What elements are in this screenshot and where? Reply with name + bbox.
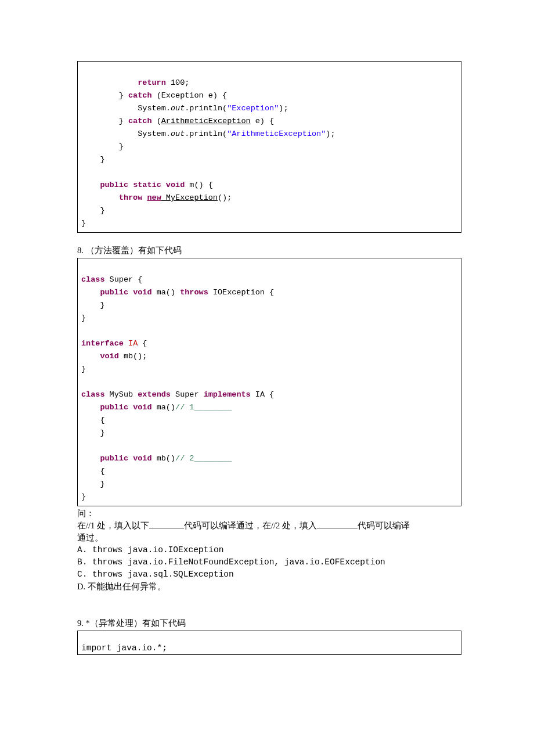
code: }	[81, 314, 86, 322]
code: }	[81, 155, 105, 164]
code	[81, 352, 100, 361]
keyword-void: void	[133, 288, 151, 297]
keyword-extends: extends	[138, 390, 171, 399]
code	[81, 288, 100, 297]
static-field: out	[171, 104, 185, 113]
static-field: out	[171, 129, 185, 138]
keyword-public: public	[100, 403, 128, 412]
code: (Exception e) {	[152, 91, 228, 100]
code	[124, 339, 128, 348]
code: {	[81, 416, 105, 424]
keyword-interface: interface	[81, 339, 124, 348]
code: }	[81, 219, 86, 228]
keyword-throw: throw	[119, 193, 143, 202]
code	[128, 288, 133, 297]
code: 100;	[166, 78, 190, 87]
code: }	[81, 91, 128, 100]
code	[128, 454, 133, 463]
code: e) {	[251, 117, 275, 125]
code: System.	[81, 129, 171, 138]
code: ma()	[152, 403, 176, 412]
question-text-part: 代码可以编译	[358, 521, 410, 530]
code: Super {	[105, 275, 143, 284]
option-d: D. 不能抛出任何异常。	[77, 581, 461, 593]
code: Super	[171, 390, 204, 399]
code: m() {	[185, 181, 213, 189]
underlined-code	[161, 193, 166, 202]
option-c: C. throws java.sql.SQLException	[77, 568, 461, 581]
code	[81, 454, 100, 463]
code	[81, 403, 100, 412]
code: );	[279, 104, 288, 113]
code-block-3: import java.io.*;	[77, 631, 461, 655]
code: MySub	[105, 390, 138, 399]
keyword-new: new	[147, 193, 161, 202]
question-8-heading: 8. （方法覆盖）有如下代码	[77, 244, 461, 257]
code: {	[81, 467, 105, 476]
code: IOException {	[208, 288, 274, 297]
code: );	[326, 129, 335, 138]
option-a: A. throws java.io.IOException	[77, 544, 461, 556]
code: }	[81, 365, 86, 373]
code: }	[81, 492, 86, 501]
keyword-catch: catch	[128, 91, 152, 100]
fill-blank-2	[317, 520, 358, 528]
code: }	[81, 480, 105, 488]
keyword-class: class	[81, 275, 105, 284]
question-text-part: 在//1 处，填入以下	[77, 521, 149, 530]
question-text: 在//1 处，填入以下代码可以编译通过，在//2 处，填入代码可以编译	[77, 520, 461, 532]
underlined-code: ArithmeticException	[161, 117, 251, 125]
code: mb();	[119, 352, 147, 361]
keyword-void: void	[133, 403, 151, 412]
keyword-return: return	[138, 78, 166, 87]
code-block-1: return 100; } catch (Exception e) { Syst…	[77, 61, 461, 233]
code: mb()	[152, 454, 176, 463]
code: ();	[218, 193, 232, 202]
code: {	[138, 339, 147, 348]
comment: // 1________	[175, 403, 232, 412]
fill-blank-1	[149, 520, 184, 528]
keyword-void: void	[166, 181, 185, 189]
code: }	[81, 206, 105, 215]
code: (	[152, 117, 161, 125]
keyword-static: static	[133, 181, 161, 189]
keyword-implements: implements	[204, 390, 251, 399]
string-literal: "ArithmeticException"	[227, 129, 326, 138]
code-block-2: class Super { public void ma() throws IO…	[77, 258, 461, 506]
question-text-cont: 通过。	[77, 532, 461, 544]
code: }	[81, 429, 105, 437]
keyword-public: public	[100, 454, 128, 463]
code	[81, 78, 138, 87]
code	[128, 181, 133, 189]
question-9-heading: 9. *（异常处理）有如下代码	[77, 617, 461, 629]
question-text-part: 代码可以编译通过，在//2 处，填入	[184, 521, 317, 530]
keyword-throws: throws	[180, 288, 208, 297]
keyword-catch: catch	[128, 117, 152, 125]
code	[81, 193, 119, 202]
type-name: IA	[128, 339, 138, 348]
keyword-void: void	[100, 352, 118, 361]
keyword-void: void	[133, 454, 151, 463]
code: }	[81, 117, 128, 125]
code: }	[81, 301, 105, 309]
comment: // 2________	[175, 454, 232, 463]
keyword-class: class	[81, 390, 105, 399]
code: System.	[81, 104, 171, 113]
code: .println(	[185, 129, 227, 138]
option-b: B. throws java.io.FileNotFoundException,…	[77, 556, 461, 568]
string-literal: "Exception"	[227, 104, 279, 113]
keyword-public: public	[100, 181, 128, 189]
code	[128, 403, 133, 412]
code: IA {	[251, 390, 275, 399]
page-container: return 100; } catch (Exception e) { Syst…	[0, 0, 534, 690]
code: import java.io.*;	[81, 643, 167, 653]
code: }	[81, 142, 124, 151]
code: ma()	[152, 288, 181, 297]
underlined-code: MyException	[166, 193, 218, 202]
code	[161, 181, 166, 189]
spacer	[77, 593, 461, 617]
code: .println(	[185, 104, 227, 113]
code	[81, 181, 100, 189]
question-label: 问：	[77, 507, 461, 520]
keyword-public: public	[100, 288, 128, 297]
